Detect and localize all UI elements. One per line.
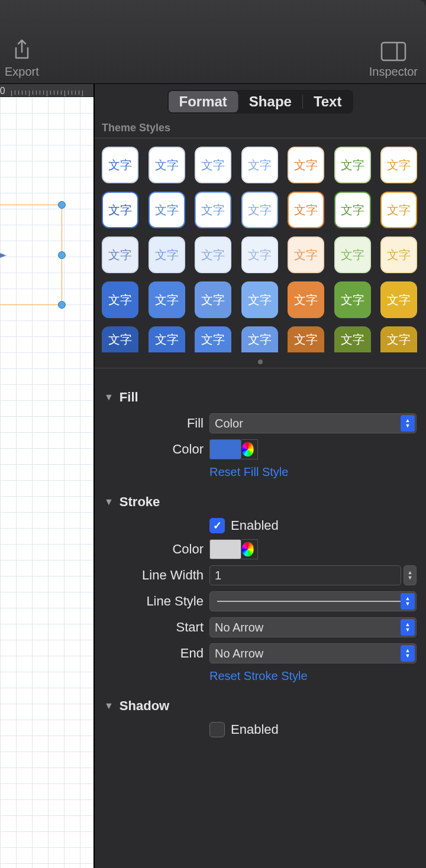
export-label: Export bbox=[5, 65, 39, 79]
reset-stroke-button[interactable]: Reset Stroke Style bbox=[209, 669, 308, 683]
ruler-mark: 900 bbox=[0, 86, 5, 96]
tab-format[interactable]: Format bbox=[169, 91, 238, 112]
chevron-down-icon: ▼ bbox=[104, 701, 114, 711]
stepper-arrows-icon bbox=[401, 645, 415, 662]
stepper-arrows-icon bbox=[401, 593, 415, 610]
line-width-label: Line Width bbox=[115, 568, 204, 583]
tab-shape[interactable]: Shape bbox=[238, 91, 302, 112]
start-arrow-label: Start bbox=[115, 620, 204, 635]
stroke-color-well[interactable] bbox=[209, 539, 241, 559]
inspector-icon bbox=[380, 41, 406, 61]
theme-style-swatch[interactable]: 文字 bbox=[149, 147, 185, 183]
stepper-arrows-icon bbox=[401, 415, 415, 432]
inspector-label: Inspector bbox=[369, 65, 418, 79]
line-style-preview bbox=[217, 601, 405, 602]
theme-style-swatch[interactable]: 文字 bbox=[102, 192, 138, 228]
color-picker-button[interactable] bbox=[241, 439, 258, 459]
theme-style-swatch[interactable]: 文字 bbox=[241, 237, 278, 273]
shadow-enabled-checkbox[interactable] bbox=[209, 722, 225, 737]
theme-style-swatch[interactable]: 文字 bbox=[288, 237, 324, 273]
theme-style-swatch[interactable]: 文字 bbox=[241, 147, 278, 183]
theme-style-swatch[interactable]: 文字 bbox=[149, 281, 185, 318]
theme-styles-grid: 文字文字文字文字文字文字文字文字文字文字文字文字文字文字文字文字文字文字文字文字… bbox=[95, 138, 426, 358]
svg-rect-0 bbox=[382, 43, 405, 60]
theme-style-swatch[interactable]: 文字 bbox=[195, 326, 231, 352]
share-icon bbox=[12, 38, 31, 61]
theme-style-swatch[interactable]: 文字 bbox=[334, 326, 371, 352]
inspector-tabs: Format Shape Text bbox=[167, 90, 354, 114]
theme-style-swatch[interactable]: 文字 bbox=[288, 192, 324, 228]
line-style-label: Line Style bbox=[115, 594, 204, 609]
fill-section-title: Fill bbox=[120, 390, 138, 405]
theme-style-swatch[interactable]: 文字 bbox=[334, 147, 371, 183]
theme-style-swatch[interactable]: 文字 bbox=[102, 147, 138, 183]
fill-type-select[interactable]: Color bbox=[209, 413, 417, 433]
inspector-panel: Format Shape Text Theme Styles 文字文字文字文字文… bbox=[93, 84, 426, 868]
theme-style-swatch[interactable]: 文字 bbox=[149, 237, 185, 273]
stroke-section-title: Stroke bbox=[120, 494, 160, 510]
canvas[interactable] bbox=[0, 97, 93, 868]
toolbar: Export Inspector bbox=[0, 0, 426, 84]
theme-style-swatch[interactable]: 文字 bbox=[288, 326, 324, 352]
line-style-select[interactable] bbox=[209, 591, 417, 611]
color-wheel-icon bbox=[241, 542, 254, 557]
theme-style-swatch[interactable]: 文字 bbox=[102, 237, 138, 273]
chevron-down-icon: ▼ bbox=[104, 392, 114, 403]
theme-style-swatch[interactable]: 文字 bbox=[334, 237, 371, 273]
theme-style-swatch[interactable]: 文字 bbox=[380, 192, 417, 228]
theme-style-swatch[interactable]: 文字 bbox=[334, 192, 371, 228]
theme-style-swatch[interactable]: 文字 bbox=[195, 237, 231, 273]
theme-style-swatch[interactable]: 文字 bbox=[380, 237, 417, 273]
fill-color-label: Color bbox=[115, 442, 204, 457]
horizontal-ruler: 900 bbox=[0, 84, 93, 97]
shadow-section-title: Shadow bbox=[120, 698, 169, 714]
stroke-section-header[interactable]: ▼ Stroke bbox=[104, 494, 417, 510]
export-button[interactable]: Export bbox=[5, 38, 39, 79]
theme-style-swatch[interactable]: 文字 bbox=[195, 281, 231, 318]
theme-style-swatch[interactable]: 文字 bbox=[380, 147, 417, 183]
theme-style-swatch[interactable]: 文字 bbox=[241, 192, 278, 228]
selection-handle[interactable] bbox=[58, 251, 66, 259]
stroke-color-label: Color bbox=[115, 542, 204, 557]
fill-section-header[interactable]: ▼ Fill bbox=[104, 390, 417, 405]
selection-handle[interactable] bbox=[58, 301, 66, 309]
start-arrow-select[interactable]: No Arrow bbox=[209, 617, 417, 637]
theme-style-swatch[interactable]: 文字 bbox=[380, 326, 417, 352]
theme-styles-label: Theme Styles bbox=[95, 118, 426, 138]
shadow-enabled-label: Enabled bbox=[231, 722, 279, 737]
theme-style-swatch[interactable]: 文字 bbox=[380, 281, 417, 318]
canvas-area[interactable]: 900 bbox=[0, 84, 93, 868]
selected-shape-triangle[interactable] bbox=[0, 205, 63, 306]
theme-style-swatch[interactable]: 文字 bbox=[149, 326, 185, 352]
fill-type-label: Fill bbox=[115, 416, 204, 431]
selection-handle[interactable] bbox=[58, 201, 66, 209]
svg-marker-2 bbox=[0, 211, 7, 300]
chevron-down-icon: ▼ bbox=[104, 497, 114, 507]
color-wheel-icon bbox=[241, 442, 254, 457]
shadow-section-header[interactable]: ▼ Shadow bbox=[104, 698, 417, 714]
end-arrow-select[interactable]: No Arrow bbox=[209, 643, 417, 663]
page-indicator bbox=[95, 358, 426, 368]
end-arrow-label: End bbox=[115, 646, 204, 661]
stepper-arrows-icon bbox=[401, 619, 415, 636]
theme-style-swatch[interactable]: 文字 bbox=[241, 326, 278, 352]
stroke-enabled-label: Enabled bbox=[231, 518, 279, 533]
theme-style-swatch[interactable]: 文字 bbox=[195, 147, 231, 183]
selection-box[interactable] bbox=[0, 205, 62, 305]
reset-fill-button[interactable]: Reset Fill Style bbox=[209, 465, 288, 479]
theme-style-swatch[interactable]: 文字 bbox=[334, 281, 371, 318]
theme-style-swatch[interactable]: 文字 bbox=[288, 147, 324, 183]
theme-style-swatch[interactable]: 文字 bbox=[195, 192, 231, 228]
stroke-enabled-checkbox[interactable] bbox=[209, 518, 225, 533]
theme-style-swatch[interactable]: 文字 bbox=[288, 281, 324, 318]
line-width-input[interactable] bbox=[209, 565, 401, 585]
tab-text[interactable]: Text bbox=[303, 91, 353, 112]
theme-style-swatch[interactable]: 文字 bbox=[149, 192, 185, 228]
theme-style-swatch[interactable]: 文字 bbox=[241, 281, 278, 318]
inspector-button[interactable]: Inspector bbox=[369, 41, 418, 79]
fill-color-well[interactable] bbox=[209, 439, 241, 459]
line-width-stepper[interactable] bbox=[404, 565, 417, 585]
color-picker-button[interactable] bbox=[241, 539, 258, 559]
theme-style-swatch[interactable]: 文字 bbox=[102, 281, 138, 318]
theme-style-swatch[interactable]: 文字 bbox=[102, 326, 138, 352]
